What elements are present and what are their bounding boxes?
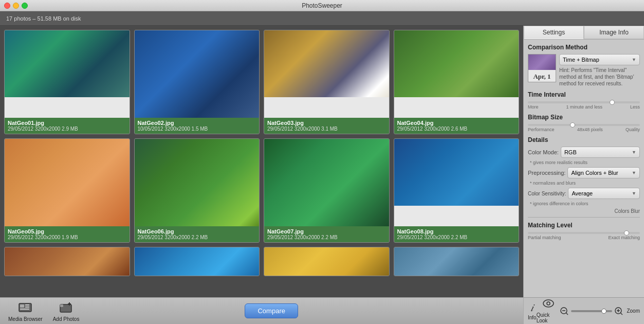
preprocessing-dropdown[interactable]: Align Colors + Blur ▼ [567,167,640,178]
media-browser-icon [18,300,32,315]
panel-content[interactable]: Comparison Method Apr, 1 Time + Bitmap ▼… [524,40,644,297]
matching-slider[interactable] [528,232,640,234]
photo-meta: 29/05/2012 3200x2000 2.9 MB [8,126,126,132]
app-title: PhotoSweeper [302,2,342,9]
media-browser-button[interactable]: Media Browser [8,300,43,322]
quick-look-label: Quick Look [537,312,560,323]
time-interval-slider-container: More 1 minute and less Less [528,101,640,110]
photo-name: NatGeo03.jpg [267,120,386,126]
svg-point-10 [547,302,550,305]
zoom-thumb[interactable] [601,309,606,314]
photo-name: NatGeo05.jpg [8,228,126,235]
photo-card[interactable]: NatGeo04.jpg29/05/2012 3200x2000 2.6 MB [394,30,520,134]
photo-card[interactable]: NatGeo02.jpg10/05/2012 3200x2000 1.5 MB [134,30,260,134]
info-button[interactable]: 𝑖 Info [528,302,537,320]
svg-rect-4 [20,309,29,310]
photo-image [135,247,260,276]
comparison-method-right: Time + Bitmap ▼ Hint: Performs "Time Int… [559,54,640,87]
photo-grid[interactable]: NatGeo01.jpg29/05/2012 3200x2000 2.9 MBN… [0,26,523,297]
tab-image-info[interactable]: Image Info [584,26,644,39]
bitmap-slider-container: Performance 48x48 pixels Quality [528,124,640,132]
section-bitmap: Bitmap Size [528,114,640,121]
toolbar-left: Media Browser Add Photos [8,300,79,322]
svg-rect-6 [60,304,63,307]
photo-card[interactable]: NatGeo08.jpg29/05/2012 3200x2000 2.2 MB [394,138,520,243]
photo-card[interactable] [134,247,260,276]
time-interval-thumb[interactable] [610,100,615,105]
photo-card[interactable]: NatGeo06.jpg29/05/2012 3200x2000 2.2 MB [134,138,260,243]
right-panel-bottom: 𝑖 Info Quick Look [523,297,644,324]
preprocessing-row: Preprocessing: Align Colors + Blur ▼ [528,167,640,178]
color-mode-dropdown[interactable]: RGB ▼ [561,147,640,158]
svg-rect-1 [20,304,24,308]
top-bar: 17 photos – 51.58 MB on disk [0,11,644,26]
title-bar: PhotoSweeper [0,0,644,11]
photo-info: NatGeo04.jpg29/05/2012 3200x2000 2.6 MB [394,118,519,134]
add-photos-label: Add Photos [53,316,80,322]
matching-labels: Partial matching Exact matching [528,235,640,240]
right-panel: Settings Image Info Comparison Method Ap… [523,26,644,297]
photo-card[interactable] [264,247,390,276]
traffic-lights [4,3,28,9]
chevron-down-icon: ▼ [632,191,636,196]
photo-card[interactable]: NatGeo07.jpg29/05/2012 3200x2000 2.2 MB [264,138,390,243]
preview-flower [528,55,556,70]
minimize-button[interactable] [13,3,19,9]
photo-white-area [5,97,130,118]
maximize-button[interactable] [22,3,28,9]
chevron-down-icon: ▼ [632,57,636,62]
compare-button[interactable]: Compare [245,303,298,318]
photo-white-area [394,206,519,226]
photo-card[interactable]: NatGeo01.jpg29/05/2012 3200x2000 2.9 MB [4,30,130,134]
photo-name: NatGeo08.jpg [397,228,516,235]
photo-image [135,139,260,226]
bitmap-labels: Performance 48x48 pixels Quality [528,127,640,132]
photo-card[interactable]: NatGeo03.jpg29/05/2012 3200x2000 3.1 MB [264,30,390,134]
section-comparison: Comparison Method [528,44,640,51]
section-time-interval: Time Interval [528,91,640,98]
svg-point-9 [543,300,554,307]
photo-info: NatGeo07.jpg29/05/2012 3200x2000 2.2 MB [264,226,389,242]
tab-settings[interactable]: Settings [524,26,584,39]
info-label: Info [528,315,537,320]
bottom-toolbar: Media Browser Add Photos Compare [0,297,523,324]
bitmap-thumb[interactable] [570,122,575,128]
add-photos-button[interactable]: Add Photos [53,300,80,322]
bitmap-slider[interactable] [528,124,640,126]
color-sensitivity-dropdown[interactable]: Average ▼ [568,188,640,199]
photo-info: NatGeo03.jpg29/05/2012 3200x2000 3.1 MB [264,118,389,134]
photo-image [394,247,519,276]
photo-info: NatGeo01.jpg29/05/2012 3200x2000 2.9 MB [5,118,130,134]
comparison-method-row: Apr, 1 Time + Bitmap ▼ Hint: Performs "T… [528,54,640,87]
photo-white-area [264,97,389,118]
quick-look-button[interactable]: Quick Look [537,298,560,323]
svg-line-17 [620,313,622,315]
close-button[interactable] [4,3,10,9]
quick-look-icon [542,298,555,311]
divider [528,217,640,218]
photo-card[interactable]: NatGeo05.jpg29/05/2012 3200x2000 1.9 MB [4,138,130,243]
color-mode-label: Color Mode: [528,149,559,155]
matching-thumb[interactable] [624,230,629,236]
photo-card[interactable] [4,247,130,276]
time-interval-slider[interactable] [528,101,640,103]
photo-name: NatGeo04.jpg [397,120,516,126]
color-sensitivity-row: Color Sensitivity: Average ▼ [528,188,640,199]
chevron-down-icon: ▼ [632,170,636,175]
photo-meta: 29/05/2012 3200x2000 2.2 MB [267,235,386,240]
zoom-slider[interactable] [571,310,612,312]
comparison-dropdown[interactable]: Time + Bitmap ▼ [559,54,640,65]
preview-calendar: Apr, 1 [528,70,556,82]
photo-white-area [394,97,519,118]
svg-line-13 [566,313,568,315]
color-sensitivity-label: Color Sensitivity: [528,191,566,196]
photo-card[interactable] [394,247,520,276]
photo-info: NatGeo08.jpg29/05/2012 3200x2000 2.2 MB [394,226,519,242]
time-interval-labels: More 1 minute and less Less [528,104,640,110]
photo-name: NatGeo02.jpg [138,120,256,126]
info-icon: 𝑖 [530,302,533,314]
svg-rect-2 [25,304,29,305]
color-sensitivity-hint: * ignores difference in colors [530,201,640,206]
chevron-down-icon: ▼ [632,150,636,155]
zoom-plus-icon [614,307,623,316]
